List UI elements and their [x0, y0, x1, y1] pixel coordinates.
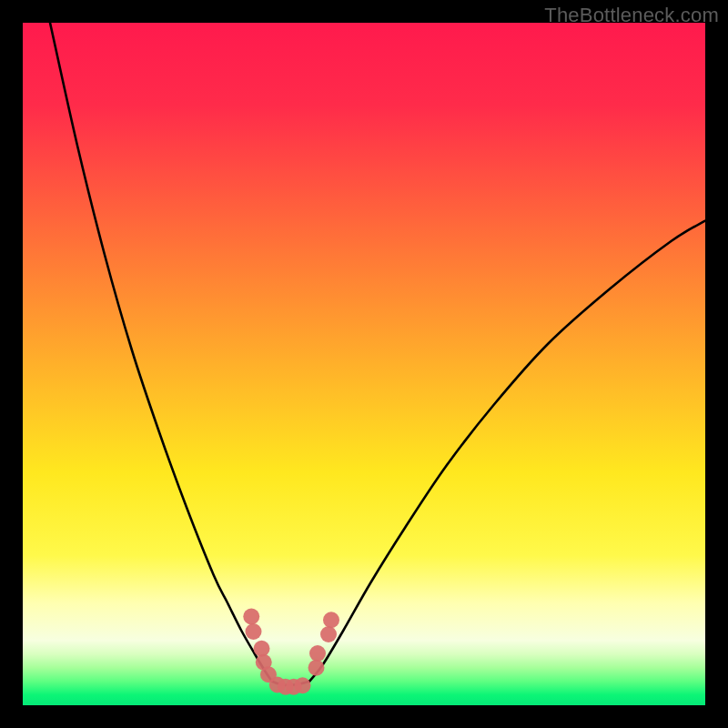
data-point: [323, 612, 339, 628]
curve-left-branch: [50, 23, 272, 682]
watermark-text: TheBottleneck.com: [544, 4, 719, 27]
data-point: [309, 645, 326, 662]
data-point: [308, 660, 325, 676]
data-point: [320, 626, 337, 642]
curve-layer: [23, 23, 705, 705]
data-point: [246, 623, 262, 640]
curve-right-branch: [309, 221, 705, 682]
data-point: [243, 609, 259, 625]
plot-area: [23, 23, 705, 705]
chart-frame: TheBottleneck.com: [0, 0, 728, 728]
data-markers: [243, 609, 339, 695]
data-point: [295, 677, 311, 693]
